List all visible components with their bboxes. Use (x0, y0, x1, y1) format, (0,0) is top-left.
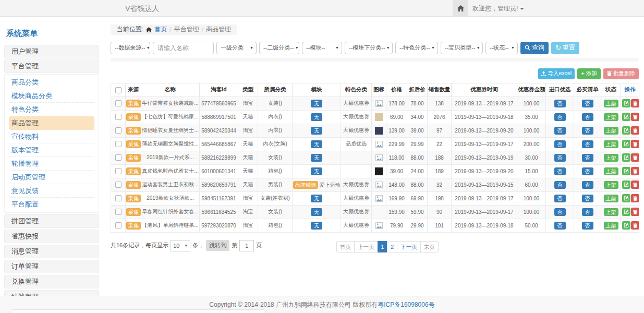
page-button-2[interactable]: 2 (387, 241, 397, 252)
page-button-末页[interactable]: 末页 (420, 241, 439, 252)
delete-button[interactable] (631, 208, 639, 216)
import-select-badge[interactable]: 否 (554, 222, 566, 230)
sidebar-subitem[interactable]: 意见反馈 (9, 184, 94, 198)
status-badge[interactable]: 上架 (604, 167, 618, 175)
delete-button[interactable] (631, 221, 639, 230)
edit-button[interactable] (622, 208, 630, 216)
delete-button[interactable] (631, 153, 639, 162)
sidebar-subitem[interactable]: 轮播管理 (9, 157, 94, 171)
filter-select-5[interactable]: --宝贝类型--▼ (441, 42, 483, 54)
filter-select-0[interactable]: 一级分类▼ (216, 42, 257, 54)
filter-select-3[interactable]: --模块下分类--▼ (345, 42, 393, 54)
sidebar-item[interactable]: 省惠快报 (4, 230, 99, 243)
icp-link[interactable]: 粤ICP备16098006号 (378, 301, 434, 308)
import-select-badge[interactable]: 否 (554, 127, 566, 135)
edit-button[interactable] (622, 126, 630, 135)
import-excel-button[interactable]: 导入excel (538, 68, 575, 79)
import-select-badge[interactable]: 否 (554, 167, 566, 175)
query-button[interactable]: 查询 (520, 42, 549, 54)
import-select-badge[interactable]: 否 (554, 113, 566, 121)
import-select-badge[interactable]: 否 (554, 195, 566, 202)
sidebar-item-platform[interactable]: 平台管理 (4, 59, 99, 73)
add-button[interactable]: + 添加 (577, 68, 601, 79)
filter-select-1[interactable]: --二级分类--▼ (259, 42, 299, 54)
sidebar-subitem[interactable]: 特色分类 (9, 103, 94, 116)
sidebar-subitem[interactable]: 商品分类 (9, 76, 94, 89)
must-buy-badge[interactable]: 否 (582, 181, 593, 189)
status-badge[interactable]: 上架 (604, 140, 618, 148)
sidebar-subitem[interactable]: 平台配置 (9, 198, 94, 211)
page-button-上一页[interactable]: 上一页 (354, 241, 378, 252)
row-checkbox[interactable] (115, 100, 121, 106)
delete-button[interactable] (631, 140, 639, 148)
import-select-badge[interactable]: 否 (554, 181, 566, 189)
status-badge[interactable]: 上架 (604, 127, 618, 135)
user-menu[interactable]: 欢迎您，管理员! (472, 0, 524, 17)
edit-button[interactable] (622, 153, 630, 162)
status-badge[interactable]: 上架 (604, 208, 618, 216)
must-buy-badge[interactable]: 否 (582, 127, 593, 135)
must-buy-badge[interactable]: 否 (582, 222, 593, 230)
row-checkbox[interactable] (115, 114, 121, 120)
sidebar-subitem[interactable]: 模块商品分类 (9, 89, 94, 103)
row-checkbox[interactable] (115, 168, 121, 174)
must-buy-badge[interactable]: 否 (582, 208, 593, 216)
import-select-badge[interactable]: 否 (554, 140, 566, 148)
jump-button[interactable]: 跳转到 (206, 240, 229, 251)
import-select-badge[interactable]: 否 (554, 154, 566, 162)
filter-select-6[interactable]: --状态--▼ (485, 42, 518, 54)
sidebar-subitem[interactable]: 宣传物料 (9, 130, 94, 143)
sidebar-item[interactable]: 拼团管理 (4, 214, 99, 228)
import-select-badge[interactable]: 否 (554, 208, 566, 216)
must-buy-badge[interactable]: 否 (582, 167, 593, 175)
page-button-下一页[interactable]: 下一页 (397, 241, 421, 252)
status-badge[interactable]: 上架 (604, 113, 618, 121)
must-buy-badge[interactable]: 否 (582, 195, 593, 202)
sidebar-item[interactable]: 订单管理 (4, 260, 99, 273)
status-badge[interactable]: 上架 (604, 181, 618, 189)
name-search-input[interactable] (153, 42, 214, 54)
filter-select-4[interactable]: --特色分类--▼ (395, 42, 438, 54)
must-buy-badge[interactable]: 否 (582, 140, 593, 148)
page-number-input[interactable] (239, 240, 254, 251)
row-checkbox[interactable] (115, 182, 121, 188)
page-button-1[interactable]: 1 (378, 241, 388, 252)
page-size-select[interactable]: 10▼ (171, 240, 190, 251)
status-badge[interactable]: 上架 (604, 195, 618, 202)
delete-button[interactable] (631, 167, 639, 175)
home-button[interactable] (453, 0, 468, 16)
status-badge[interactable]: 上架 (604, 222, 618, 230)
sidebar-item[interactable]: 兑换管理 (4, 275, 99, 288)
must-buy-badge[interactable]: 否 (582, 100, 593, 107)
sidebar-item[interactable]: 消息管理 (4, 245, 99, 258)
status-badge[interactable]: 上架 (604, 100, 618, 107)
import-select-badge[interactable]: 否 (554, 100, 566, 107)
delete-button[interactable] (631, 180, 639, 189)
sidebar-subitem[interactable]: 版本管理 (9, 143, 94, 157)
sidebar-subitem[interactable]: 商品管理 (9, 116, 94, 130)
breadcrumb-home-link[interactable]: 首页 (154, 25, 167, 34)
batch-delete-button[interactable]: 批量删除 (603, 68, 639, 79)
row-checkbox[interactable] (115, 195, 121, 201)
sidebar-item-users[interactable]: 用户管理 (4, 45, 99, 58)
row-checkbox[interactable] (115, 141, 121, 147)
status-badge[interactable]: 上架 (604, 154, 618, 162)
delete-button[interactable] (631, 113, 639, 121)
edit-button[interactable] (622, 140, 630, 148)
edit-button[interactable] (622, 194, 630, 202)
edit-button[interactable] (622, 180, 630, 189)
edit-button[interactable] (622, 99, 630, 107)
edit-button[interactable] (622, 167, 630, 175)
edit-button[interactable] (622, 221, 630, 230)
must-buy-badge[interactable]: 否 (582, 113, 593, 121)
delete-button[interactable] (631, 99, 639, 107)
row-checkbox[interactable] (115, 154, 121, 161)
sidebar-subitem[interactable]: 启动页管理 (9, 171, 94, 184)
reset-button[interactable]: ↻重置 (551, 42, 579, 54)
row-checkbox[interactable] (115, 127, 121, 134)
edit-button[interactable] (622, 113, 630, 121)
data-source-select[interactable]: --数据来源--▼ (111, 42, 150, 54)
page-button-首页[interactable]: 首页 (336, 241, 355, 252)
row-checkbox[interactable] (115, 222, 121, 228)
filter-select-2[interactable]: --模块--▼ (302, 42, 342, 54)
